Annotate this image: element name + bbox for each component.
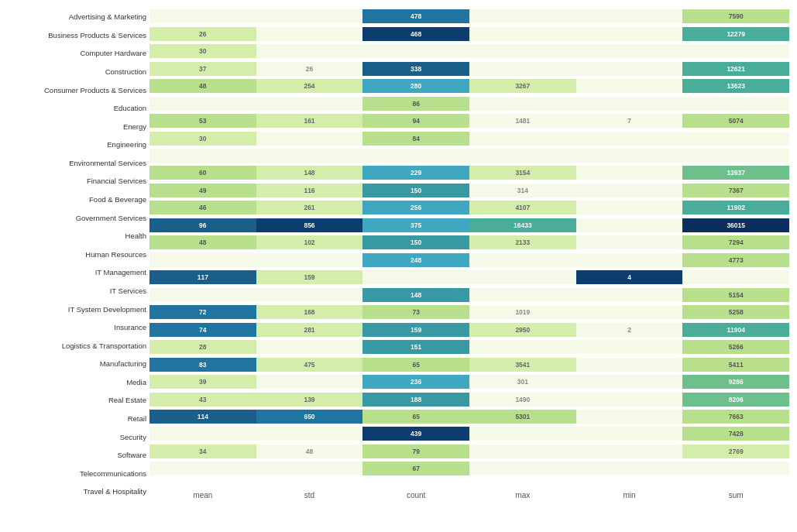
table-cell: 4773: [682, 253, 789, 267]
table-row: 721687310195258: [149, 305, 789, 319]
table-cell: [256, 27, 363, 41]
row-label: Human Resources: [22, 247, 146, 261]
table-cell: 96: [149, 218, 256, 232]
table-cell: 26: [149, 27, 256, 41]
table-cell: 439: [362, 427, 469, 441]
table-cell: 65: [362, 358, 469, 372]
row-label: Insurance: [22, 321, 146, 335]
table-cell: 86: [362, 97, 469, 111]
table-cell: [149, 253, 256, 267]
table-cell: [469, 9, 576, 23]
x-axis-label: sum: [682, 491, 789, 499]
table-cell: [256, 132, 363, 146]
table-cell: 3267: [469, 79, 576, 93]
table-cell: 5074: [682, 114, 789, 128]
table-cell: 168: [256, 305, 363, 319]
table-cell: 9286: [682, 375, 789, 389]
row-label: Computer Hardware: [22, 46, 146, 60]
table-cell: [576, 375, 683, 389]
row-label: IT Services: [22, 283, 146, 297]
table-cell: [576, 184, 683, 197]
table-cell: 468: [362, 27, 469, 41]
table-cell: 30: [149, 44, 256, 58]
table-cell: [576, 44, 683, 58]
table-cell: 48: [149, 235, 256, 249]
table-cell: [469, 149, 576, 163]
table-cell: 148: [362, 288, 469, 302]
table-cell: 7: [576, 114, 683, 128]
x-axis-label: count: [362, 491, 469, 499]
table-cell: 5266: [682, 340, 789, 354]
row-label: Real Estate: [22, 393, 146, 407]
table-cell: 48: [149, 79, 256, 93]
row-label: Software: [22, 448, 146, 462]
table-cell: 236: [362, 375, 469, 389]
table-row: 392363019286: [149, 375, 789, 389]
row-label: Advertising & Marketing: [22, 10, 146, 24]
table-cell: 117: [149, 270, 256, 284]
table-cell: [149, 149, 256, 163]
table-cell: 188: [362, 393, 469, 407]
table-cell: [682, 270, 789, 284]
table-row: 30: [149, 44, 789, 58]
row-label: Consumer Products & Services: [22, 83, 146, 97]
table-cell: [149, 9, 256, 23]
table-cell: [256, 253, 363, 267]
table-cell: 856: [256, 218, 363, 232]
table-cell: 4107: [469, 201, 576, 215]
x-axis-label: max: [469, 491, 576, 499]
table-cell: [682, 44, 789, 58]
table-cell: [149, 427, 256, 441]
table-cell: [256, 9, 363, 23]
table-cell: 5154: [682, 288, 789, 302]
chart-container: Advertising & MarketingBusiness Products…: [0, 0, 797, 532]
table-cell: 7428: [682, 427, 789, 441]
table-cell: 248: [362, 253, 469, 267]
y-axis-label: [8, 8, 22, 501]
table-cell: [469, 132, 576, 146]
table-cell: 478: [362, 9, 469, 23]
table-cell: 151: [362, 340, 469, 354]
table-cell: 256: [362, 201, 469, 215]
row-labels: Advertising & MarketingBusiness Products…: [22, 8, 149, 501]
table-cell: [469, 270, 576, 284]
table-cell: 148: [256, 166, 363, 180]
table-row: 67: [149, 462, 789, 475]
table-cell: 281: [256, 323, 363, 337]
x-axis-labels: meanstdcountmaxminsum: [149, 478, 789, 501]
table-cell: 1490: [469, 393, 576, 407]
table-cell: 79: [362, 444, 469, 458]
table-cell: 314: [469, 184, 576, 197]
table-cell: 375: [362, 218, 469, 232]
row-label: Financial Services: [22, 174, 146, 188]
table-cell: 39: [149, 375, 256, 389]
table-cell: 7367: [682, 184, 789, 197]
table-cell: 150: [362, 235, 469, 249]
table-cell: [682, 462, 789, 475]
table-cell: 48: [256, 444, 363, 458]
row-label: Energy: [22, 119, 146, 133]
table-cell: [469, 62, 576, 76]
table-row: 86: [149, 97, 789, 111]
table-cell: [682, 97, 789, 111]
table-cell: [682, 132, 789, 146]
table-cell: 114: [149, 410, 256, 424]
table-cell: [469, 288, 576, 302]
table-cell: [469, 253, 576, 267]
table-cell: 13623: [682, 79, 789, 93]
table-cell: [362, 44, 469, 58]
table-cell: [576, 427, 683, 441]
table-cell: 2: [576, 323, 683, 337]
table-cell: 36015: [682, 218, 789, 232]
table-cell: [576, 97, 683, 111]
table-cell: 150: [362, 184, 469, 197]
table-cell: 7590: [682, 9, 789, 23]
table-cell: 72: [149, 305, 256, 319]
table-cell: [149, 97, 256, 111]
table-cell: 301: [469, 375, 576, 389]
table-cell: [576, 462, 683, 475]
table-cell: [469, 444, 576, 458]
row-label: Business Products & Services: [22, 28, 146, 42]
table-cell: 116: [256, 184, 363, 197]
x-axis-label: std: [256, 491, 363, 499]
